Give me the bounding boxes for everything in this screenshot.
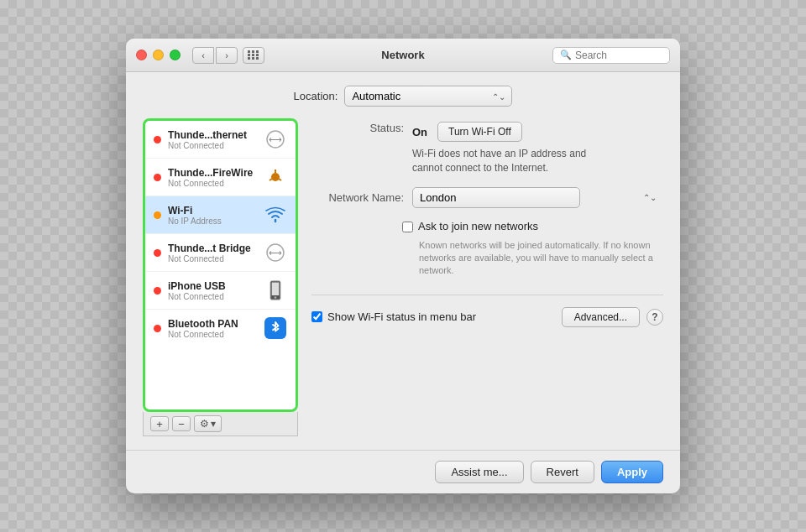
svg-line-4 (279, 179, 281, 180)
network-info: Wi-Fi No IP Address (168, 205, 264, 226)
traffic-lights (136, 50, 181, 60)
network-status: Not Connected (168, 292, 264, 301)
show-wifi-label: Show Wi-Fi status in menu bar (327, 310, 476, 323)
network-window: ‹ › Network 🔍 Location: Automatic Home (126, 39, 680, 493)
svg-line-5 (270, 179, 272, 180)
status-value: On (412, 126, 427, 138)
titlebar: ‹ › Network 🔍 (126, 39, 680, 72)
maximize-button[interactable] (170, 50, 181, 60)
main-area: Thunde...thernet Not Connected ⟷ (143, 118, 663, 436)
ask-join-description: Known networks will be joined automatica… (419, 239, 663, 278)
add-network-button[interactable]: + (150, 416, 169, 431)
location-row: Location: Automatic Home Work Custom ⌃⌄ (143, 86, 663, 107)
revert-button[interactable]: Revert (531, 461, 594, 483)
nav-buttons: ‹ › (192, 47, 238, 64)
network-name: Wi-Fi (168, 205, 264, 216)
wifi-icon (264, 203, 287, 227)
status-label: Status: (311, 122, 404, 134)
assist-me-button[interactable]: Assist me... (435, 461, 523, 483)
network-info: Thunde...FireWire Not Connected (168, 167, 264, 188)
list-item-wifi[interactable]: Wi-Fi No IP Address (145, 196, 296, 234)
svg-text:⟷: ⟷ (269, 134, 282, 144)
list-item[interactable]: Thunde...thernet Not Connected ⟷ (145, 121, 296, 159)
network-status: Not Connected (168, 330, 264, 339)
apply-button[interactable]: Apply (601, 461, 663, 483)
close-button[interactable] (136, 50, 147, 60)
grid-button[interactable] (243, 47, 264, 64)
network-name-select[interactable]: London Other... (412, 187, 580, 208)
network-name-row: Network Name: London Other... ⌃⌄ (311, 187, 663, 208)
sidebar-toolbar: + − ⚙ ▾ (143, 412, 298, 436)
sidebar: Thunde...thernet Not Connected ⟷ (143, 118, 298, 436)
ask-join-label: Ask to join new networks (418, 220, 538, 232)
minimize-button[interactable] (153, 50, 164, 60)
status-content: On Turn Wi-Fi Off Wi-Fi does not have an… (412, 122, 605, 175)
help-button[interactable]: ? (646, 309, 663, 326)
list-item[interactable]: Thunde...t Bridge Not Connected ⟷ (145, 234, 296, 272)
network-info: iPhone USB Not Connected (168, 280, 264, 301)
network-name: Thunde...t Bridge (168, 243, 264, 254)
search-input[interactable] (575, 50, 662, 61)
remove-network-button[interactable]: − (172, 416, 191, 431)
gear-arrow-icon: ▾ (211, 418, 216, 430)
main-content: Location: Automatic Home Work Custom ⌃⌄ (126, 72, 680, 450)
ask-join-row: Ask to join new networks (402, 220, 663, 232)
svg-point-10 (275, 296, 277, 299)
svg-rect-9 (272, 283, 280, 295)
status-dot-orange (154, 211, 161, 219)
status-dot-red (154, 287, 161, 295)
advanced-button[interactable]: Advanced... (562, 307, 640, 327)
location-select-wrapper: Automatic Home Work Custom ⌃⌄ (344, 86, 512, 107)
network-info: Thunde...t Bridge Not Connected (168, 243, 264, 263)
thunderbolt-icon: ⟷ (264, 128, 287, 151)
network-status: Not Connected (168, 254, 264, 263)
status-dot-red (154, 249, 161, 257)
network-name: Thunde...thernet (168, 129, 264, 141)
network-name-arrow-icon: ⌃⌄ (643, 193, 657, 202)
footer-buttons: Assist me... Revert Apply (126, 450, 680, 493)
network-name: Thunde...FireWire (168, 167, 264, 179)
bluetooth-icon-badge (264, 317, 286, 339)
bluetooth-icon (264, 316, 287, 340)
grid-icon (248, 50, 259, 60)
gear-icon: ⚙ (200, 418, 209, 430)
network-list: Thunde...thernet Not Connected ⟷ (143, 118, 298, 412)
list-item[interactable]: Thunde...FireWire Not Connected (145, 159, 296, 196)
list-item-bluetooth-pan[interactable]: Bluetooth PAN Not Connected (145, 310, 296, 347)
list-item-iphone-usb[interactable]: iPhone USB Not Connected (145, 272, 296, 310)
show-wifi-row: Show Wi-Fi status in menu bar (311, 310, 562, 323)
status-dot-red (154, 174, 161, 181)
status-row: Status: On Turn Wi-Fi Off Wi-Fi does not… (311, 122, 663, 175)
network-info: Bluetooth PAN Not Connected (168, 318, 264, 339)
status-dot-red (154, 325, 161, 332)
network-status: No IP Address (168, 216, 264, 226)
svg-point-2 (271, 173, 280, 181)
back-button[interactable]: ‹ (192, 47, 214, 64)
status-description: Wi-Fi does not have an IP address and ca… (412, 147, 605, 175)
svg-text:⟷: ⟷ (269, 248, 282, 258)
network-status: Not Connected (168, 141, 264, 150)
turn-wifi-off-button[interactable]: Turn Wi-Fi Off (437, 122, 522, 142)
search-icon: 🔍 (560, 50, 572, 60)
network-info: Thunde...thernet Not Connected (168, 129, 264, 150)
thunderbolt2-icon: ⟷ (264, 241, 287, 264)
status-dot-red (154, 136, 161, 143)
gear-menu-button[interactable]: ⚙ ▾ (194, 415, 222, 432)
search-bar[interactable]: 🔍 (552, 47, 670, 64)
location-label: Location: (294, 90, 338, 102)
network-status: Not Connected (168, 179, 264, 188)
network-name: Bluetooth PAN (168, 318, 264, 330)
window-title: Network (381, 49, 424, 61)
details-panel: Status: On Turn Wi-Fi Off Wi-Fi does not… (311, 118, 663, 436)
bottom-bar: Show Wi-Fi status in menu bar Advanced..… (311, 295, 663, 327)
location-select[interactable]: Automatic Home Work Custom (344, 86, 512, 107)
network-name-select-wrapper: London Other... ⌃⌄ (412, 187, 663, 208)
phone-icon (264, 279, 287, 302)
show-wifi-checkbox[interactable] (311, 311, 322, 322)
forward-button[interactable]: › (216, 47, 238, 64)
ask-join-checkbox[interactable] (402, 222, 413, 232)
network-name: iPhone USB (168, 280, 264, 292)
network-name-label: Network Name: (311, 191, 404, 204)
ask-join-section: Ask to join new networks Known networks … (402, 220, 663, 278)
firewire-icon (264, 165, 287, 189)
